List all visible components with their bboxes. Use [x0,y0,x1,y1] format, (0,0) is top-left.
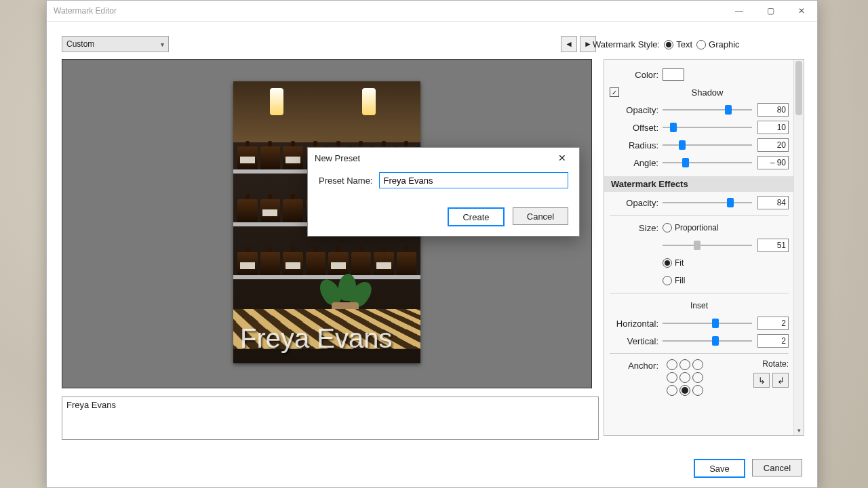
anchor-top-left[interactable] [667,359,677,370]
footer-buttons: Save Cancel [694,459,802,478]
watermark-style-group: Watermark Style: Text Graphic [593,39,740,49]
shadow-angle-value[interactable]: – 90 [757,156,789,169]
shadow-radius-slider[interactable] [663,140,752,150]
settings-panel: Color: ✓ Shadow Opacity: 80 Offset: 10 [604,59,804,436]
radio-icon [663,276,672,285]
effects-opacity-slider[interactable] [663,198,752,207]
shadow-angle-slider[interactable] [663,158,752,167]
dialog-close-button[interactable]: ✕ [552,148,572,168]
divider [610,215,789,216]
content-area: Custom ▾ ◄ ► Watermark Style: Text Graph… [47,21,817,487]
shadow-angle-label: Angle: [610,158,658,168]
preset-dropdown[interactable]: Custom ▾ [62,36,169,52]
rotate-label: Rotate: [762,359,789,369]
rotate-left-button[interactable]: ↳ [753,373,770,388]
watermark-text-input[interactable]: Freya Evans [62,396,599,440]
inset-horizontal-label: Horizontal: [610,319,658,329]
anchor-bottom-right[interactable] [692,385,703,396]
dialog-cancel-button[interactable]: Cancel [513,207,568,225]
watermark-style-text-radio[interactable]: Text [664,39,692,49]
window-minimize-button[interactable]: ― [724,1,755,21]
window-close-button[interactable]: ✕ [786,1,817,21]
watermark-preview-text: Freya Evans [240,323,393,354]
anchor-middle-left[interactable] [667,372,677,383]
radio-icon [663,258,672,268]
cancel-button[interactable]: Cancel [752,459,802,476]
scroll-down-icon[interactable]: ▾ [794,426,804,435]
scroll-thumb[interactable] [795,61,802,115]
shadow-offset-value[interactable]: 10 [757,121,789,134]
inset-horizontal-value[interactable]: 2 [757,317,789,330]
watermark-style-graphic-radio[interactable]: Graphic [696,39,740,49]
inset-horizontal-slider[interactable] [663,319,752,328]
size-fit-radio[interactable]: Fit [663,258,684,268]
anchor-top-center[interactable] [679,359,690,370]
inset-vertical-label: Vertical: [610,336,658,346]
inset-vertical-value[interactable]: 2 [757,334,789,348]
size-proportional-radio[interactable]: Proportional [663,223,719,232]
anchor-bottom-center[interactable] [679,385,690,396]
anchor-top-right[interactable] [692,359,703,370]
shadow-offset-label: Offset: [610,123,658,133]
shadow-radius-label: Radius: [610,140,658,150]
anchor-grid [667,359,703,396]
rotate-right-button[interactable]: ↲ [772,373,789,388]
divider [610,353,789,354]
anchor-bottom-left[interactable] [667,385,677,396]
radio-icon [696,40,706,49]
save-button[interactable]: Save [694,459,745,478]
dialog-titlebar: New Preset ✕ [308,148,579,168]
inset-section-label: Inset [690,301,708,310]
preview-nav: ◄ ► [561,36,596,52]
window-maximize-button[interactable]: ▢ [755,1,786,21]
shadow-opacity-value[interactable]: 80 [757,103,789,117]
color-label: Color: [610,70,658,80]
prev-image-button[interactable]: ◄ [561,36,577,52]
preset-name-input[interactable] [379,172,568,188]
shadow-checkbox[interactable]: ✓ [610,87,619,97]
anchor-middle-center[interactable] [679,372,690,383]
anchor-middle-right[interactable] [692,372,703,383]
effects-opacity-label: Opacity: [610,198,658,208]
chevron-down-icon: ▾ [161,41,164,48]
dialog-title: New Preset [315,153,360,163]
settings-scrollbar[interactable]: ▴ ▾ [793,60,804,435]
size-fill-radio[interactable]: Fill [663,276,685,285]
inset-vertical-slider[interactable] [663,336,752,346]
divider [610,293,789,293]
preset-name-label: Preset Name: [319,176,372,186]
watermark-style-label: Watermark Style: [593,39,660,49]
size-proportional-value[interactable]: 51 [757,239,789,252]
size-label: Size: [610,223,658,233]
anchor-label: Anchor: [610,359,658,371]
dialog-create-button[interactable]: Create [448,207,505,226]
size-proportional-slider[interactable] [663,241,752,250]
preset-dropdown-value: Custom [66,39,94,49]
color-swatch[interactable] [663,68,684,81]
radio-icon [664,40,673,49]
new-preset-dialog: New Preset ✕ Preset Name: Create Cancel [307,147,580,237]
shadow-opacity-label: Opacity: [610,105,658,115]
watermark-editor-window: Watermark Editor ― ▢ ✕ Custom ▾ ◄ ► Wate… [46,0,818,488]
window-title: Watermark Editor [54,6,117,16]
effects-opacity-value[interactable]: 84 [757,196,789,209]
shadow-section-label: Shadow [626,87,789,98]
shadow-radius-value[interactable]: 20 [757,138,789,152]
shadow-opacity-slider[interactable] [663,105,752,115]
watermark-effects-header: Watermark Effects [604,176,794,192]
shadow-offset-slider[interactable] [663,123,752,132]
radio-icon [663,223,672,232]
titlebar: Watermark Editor ― ▢ ✕ [47,1,817,22]
